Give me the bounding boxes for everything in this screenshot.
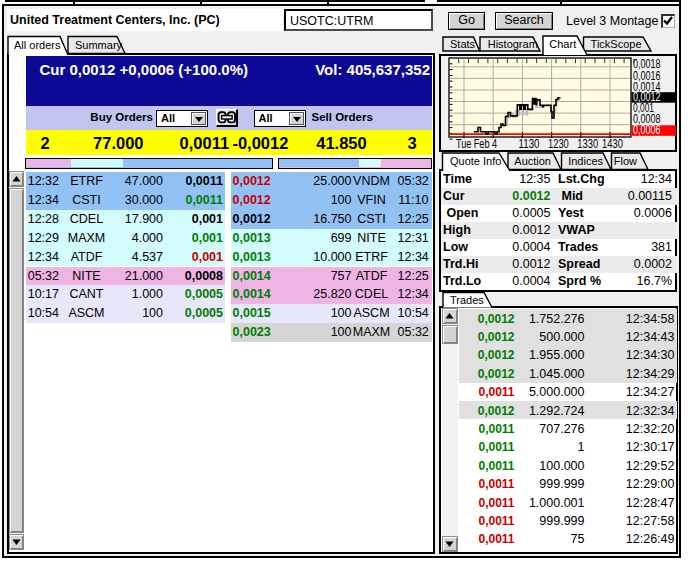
- svg-text:1430: 1430: [602, 137, 623, 151]
- svg-text:Trades: Trades: [450, 294, 484, 306]
- svg-text:Quote Info: Quote Info: [450, 155, 501, 167]
- svg-text:1330: 1330: [577, 137, 598, 151]
- svg-text:All orders: All orders: [14, 39, 61, 51]
- svg-text:0,0012: 0,0012: [633, 89, 661, 103]
- svg-text:Indices: Indices: [568, 155, 603, 167]
- svg-text:Flow: Flow: [614, 155, 637, 167]
- svg-text:Tue Feb 4: Tue Feb 4: [456, 137, 497, 151]
- svg-text:TickScope: TickScope: [591, 38, 642, 50]
- svg-text:Histogram: Histogram: [488, 38, 538, 50]
- svg-text:1230: 1230: [548, 137, 569, 151]
- svg-text:Auction: Auction: [514, 155, 551, 167]
- svg-text:Chart: Chart: [549, 38, 576, 50]
- svg-text:0,0006: 0,0006: [633, 122, 661, 136]
- svg-text:1130: 1130: [519, 137, 540, 151]
- svg-text:Summary: Summary: [75, 39, 123, 51]
- svg-text:Stats: Stats: [450, 38, 476, 50]
